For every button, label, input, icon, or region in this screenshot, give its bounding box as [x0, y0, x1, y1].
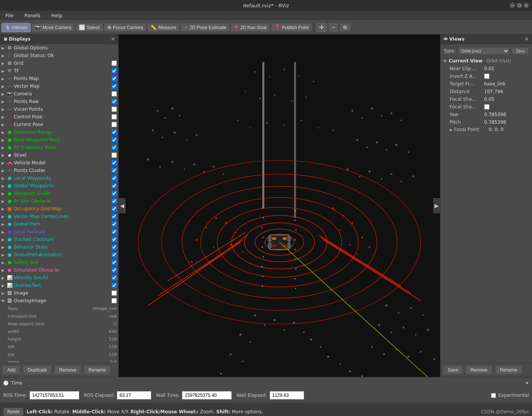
remove-view-button[interactable]: Remove [465, 365, 493, 375]
views-close-button[interactable]: ✕ [524, 36, 529, 42]
expand-arrow[interactable]: ▶ [2, 54, 6, 58]
display-checkbox[interactable] [111, 198, 117, 204]
2d-pose-button[interactable]: ↗ 2D Pose Estimate [180, 23, 230, 32]
display-item-overlayimage[interactable]: ▼🖼OverlayImage [0, 297, 118, 305]
display-checkbox[interactable] [111, 168, 117, 173]
display-checkbox[interactable] [111, 175, 117, 181]
display-item-tf[interactable]: ▶TFTF [0, 67, 118, 75]
views-zero-button[interactable]: Zero [512, 47, 529, 55]
expand-arrow[interactable]: ▶ [2, 237, 6, 242]
expand-arrow[interactable]: ▶ [2, 130, 6, 134]
display-item-pp-trajectory-mark[interactable]: ▶●PP Trajectory Mark [0, 144, 118, 151]
expand-arrow[interactable]: ▶ [2, 115, 6, 119]
display-checkbox[interactable] [111, 76, 117, 81]
display-checkbox[interactable] [111, 114, 117, 120]
viewport[interactable]: ◀ ▶ [119, 34, 440, 377]
expand-arrow[interactable]: ▼ [2, 299, 6, 303]
add-icon-button[interactable]: ✛ [316, 22, 327, 33]
publish-point-button[interactable]: 📍 Publish Point [271, 23, 312, 32]
display-checkbox[interactable] [111, 137, 117, 142]
expand-arrow[interactable]: ▶ [2, 260, 6, 265]
display-item-behavior-state[interactable]: ▶●Behavior State [0, 243, 118, 251]
menu-help[interactable]: Help [49, 12, 65, 19]
display-checkbox[interactable] [111, 214, 117, 219]
display-item-detection-range[interactable]: ▶●Detection Range [0, 128, 118, 136]
display-checkbox[interactable] [111, 267, 117, 273]
2d-nav-goal-button[interactable]: ⚑ 2D Nav Goal [231, 23, 270, 32]
time-panel-close[interactable]: ✕ [525, 380, 529, 386]
expand-arrow[interactable]: ▶ [2, 207, 6, 211]
expand-arrow[interactable]: ▶ [2, 77, 6, 81]
expand-arrow[interactable]: ▶ [2, 291, 6, 295]
expand-arrow[interactable]: ▶ [2, 123, 6, 127]
display-checkbox[interactable] [111, 122, 117, 127]
expand-arrow[interactable]: ▶ [2, 100, 6, 104]
ros-elapsed-input[interactable] [117, 391, 151, 400]
display-item-a*-sim-obstacle[interactable]: ▶●A* Sim Obstacle [0, 197, 118, 205]
display-checkbox[interactable] [111, 183, 117, 188]
display-item-global-status:-ok[interactable]: ▶✓Global Status: Ok [0, 52, 118, 59]
expand-arrow[interactable]: ▶ [2, 69, 6, 73]
display-checkbox[interactable] [111, 106, 117, 112]
expand-arrow[interactable]: ▶ [2, 268, 6, 272]
display-item-global-options[interactable]: ▶⚙Global Options [0, 44, 118, 52]
display-item-waypoint-guide[interactable]: ▶●Waypoint Guide [0, 190, 118, 197]
expand-arrow[interactable]: ▶ [2, 192, 6, 196]
display-item-overlaytext[interactable]: ▶📊OverlayText [0, 282, 118, 289]
expand-arrow[interactable]: ▶ [2, 283, 6, 288]
expand-arrow[interactable]: ▶ [2, 245, 6, 249]
views-type-select[interactable]: Orbit (rviz) [458, 47, 510, 55]
display-item-tracked-contours[interactable]: ▶●Tracked Contours [0, 236, 118, 243]
menu-file[interactable]: File [3, 12, 16, 19]
wall-time-input[interactable] [182, 391, 232, 400]
displays-list[interactable]: ▶⚙Global Options▶✓Global Status: Ok▶⊞Gri… [0, 44, 118, 363]
display-checkbox[interactable] [111, 221, 117, 227]
display-checkbox[interactable] [111, 191, 117, 196]
display-item-camera[interactable]: ▶📷Camera [0, 90, 118, 98]
expand-arrow[interactable]: ▶ [2, 84, 6, 88]
close-button[interactable]: × [524, 3, 529, 8]
remove-display-button[interactable]: Remove [54, 365, 81, 375]
display-checkbox[interactable] [111, 229, 117, 234]
interact-button[interactable]: 🖱 Interact [2, 23, 31, 32]
maximize-button[interactable]: □ [517, 3, 522, 8]
display-checkbox[interactable] [111, 129, 117, 135]
add-display-button[interactable]: Add [2, 365, 20, 375]
display-item-vector-map[interactable]: ▶⋯Vector Map [0, 82, 118, 90]
expand-arrow[interactable]: ▶ [2, 92, 6, 96]
display-checkbox[interactable] [111, 275, 117, 280]
menu-panels[interactable]: Panels [22, 12, 43, 19]
display-checkbox[interactable] [111, 244, 117, 250]
expand-arrow[interactable]: ▶ [2, 107, 6, 111]
focus-camera-button[interactable]: ⊕ Focus Camera [104, 23, 147, 32]
expand-arrow[interactable]: ▶ [2, 169, 6, 173]
display-item-local-rollouts[interactable]: ▶●Local Rollouts [0, 228, 118, 236]
display-item-safety-box[interactable]: ▶●Safety Box [0, 259, 118, 266]
display-checkbox[interactable] [111, 252, 117, 257]
display-checkbox[interactable] [111, 260, 117, 265]
reset-button[interactable]: Reset [3, 408, 23, 416]
displays-close-button[interactable]: ✕ [111, 36, 115, 42]
display-item-current-pose[interactable]: ▶↗Current Pose [0, 121, 118, 128]
current-view-header[interactable]: ▼ Current View Orbit (rviz) [444, 57, 529, 65]
display-checkbox[interactable] [111, 160, 117, 165]
display-checkbox[interactable] [111, 206, 117, 211]
focal-sha-checkbox[interactable] [484, 104, 489, 110]
display-item-grid[interactable]: ▶⊞Grid [0, 59, 118, 67]
experimental-checkbox[interactable] [491, 393, 496, 398]
cv-focal-point[interactable]: ▶ Focal Point 0; 0; 0 [444, 126, 529, 133]
expand-arrow[interactable]: ▶ [2, 153, 6, 157]
expand-arrow[interactable]: ▶ [2, 176, 6, 180]
display-item-velocity-(km/h)[interactable]: ▶📊Velocity (km/h) [0, 274, 118, 282]
save-view-button[interactable]: Save [443, 365, 463, 375]
expand-arrow[interactable]: ▶ [2, 230, 6, 234]
display-item-globalpathanimation[interactable]: ▶●GlobalPathAnimation [0, 251, 118, 259]
minus-icon-button[interactable]: − [328, 23, 339, 33]
expand-arrow[interactable]: ▶ [2, 138, 6, 142]
display-item-global-path[interactable]: ▶●Global Path [0, 220, 118, 228]
display-item-global-waypoints[interactable]: ▶●Global Waypoints [0, 182, 118, 190]
settings-icon-button[interactable]: ⚙ [339, 23, 351, 32]
measure-button[interactable]: 📏 Measure [147, 23, 180, 32]
display-item-points-raw[interactable]: ▶⋯Points Raw [0, 98, 118, 105]
display-checkbox[interactable] [111, 237, 117, 242]
